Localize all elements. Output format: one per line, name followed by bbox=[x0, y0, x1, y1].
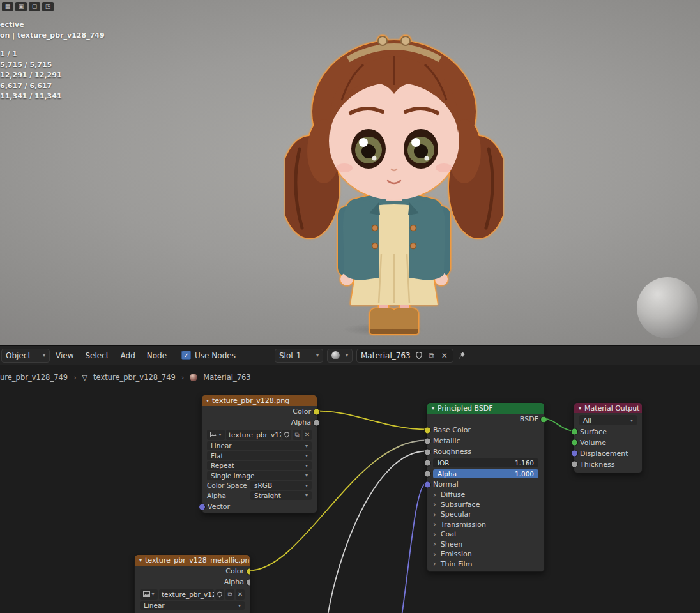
chevron-down-icon: ▾ bbox=[305, 443, 308, 449]
material-preview-sphere bbox=[637, 277, 698, 338]
expand-icon: › bbox=[433, 521, 436, 527]
alpha-output-socket[interactable] bbox=[313, 419, 320, 426]
node-header[interactable]: ▾ texture_pbr_v128.png bbox=[202, 395, 317, 406]
section-specular[interactable]: › Specular bbox=[427, 510, 544, 520]
render-region-icon[interactable]: ◳ bbox=[42, 2, 54, 11]
use-nodes-checkbox[interactable]: ✓ bbox=[181, 351, 191, 360]
viewport-toolbar: ▦ ▣ ▢ ◳ bbox=[2, 2, 54, 11]
section-thin-film[interactable]: › Thin Film bbox=[427, 559, 544, 570]
chevron-down-icon: ▾ bbox=[151, 591, 154, 597]
color-output-socket[interactable] bbox=[246, 568, 250, 575]
image-texture-node[interactable]: ▾ texture_pbr_v128.png Color Alpha ▾ tex… bbox=[201, 395, 317, 513]
input-thickness: Thickness bbox=[574, 459, 642, 470]
output-alpha: Alpha bbox=[135, 577, 250, 587]
chevron-down-icon: ▾ bbox=[305, 463, 308, 469]
vector-input-socket[interactable] bbox=[199, 503, 206, 510]
alpha-output-socket[interactable] bbox=[246, 579, 250, 586]
material-output-node[interactable]: ▾ Material Output All ▾ Surface Volume D… bbox=[574, 402, 643, 473]
menu-view[interactable]: View bbox=[50, 351, 79, 360]
menu-add[interactable]: Add bbox=[115, 351, 141, 360]
copy-material-icon[interactable]: ⧉ bbox=[427, 351, 436, 360]
material-slot-select[interactable]: Slot 1 ▾ bbox=[275, 349, 323, 363]
chevron-down-icon: ▾ bbox=[305, 473, 308, 478]
color-output-socket[interactable] bbox=[313, 408, 320, 415]
alpha-slider[interactable]: Alpha 1.000 bbox=[433, 469, 538, 478]
section-coat[interactable]: › Coat bbox=[427, 529, 544, 540]
section-transmission[interactable]: › Transmission bbox=[427, 520, 544, 530]
collapse-icon[interactable]: ▾ bbox=[206, 398, 209, 404]
section-emission[interactable]: › Emission bbox=[427, 549, 544, 559]
pin-icon[interactable] bbox=[457, 351, 466, 360]
expand-icon: › bbox=[433, 541, 436, 547]
thickness-input-socket[interactable] bbox=[571, 461, 578, 468]
shader-type-select[interactable]: Object ▾ bbox=[1, 349, 50, 363]
section-sheen[interactable]: › Sheen bbox=[427, 540, 544, 550]
expand-icon: › bbox=[433, 561, 436, 567]
source-select[interactable]: Single Image ▾ bbox=[207, 471, 312, 480]
input-base-color: Base Color bbox=[427, 425, 544, 435]
section-subsurface[interactable]: › Subsurface bbox=[427, 500, 544, 510]
node-header[interactable]: ▾ texture_pbr_v128_metallic.png bbox=[135, 555, 250, 566]
output-color: Color bbox=[202, 406, 317, 417]
scene-icon[interactable]: ▢ bbox=[29, 2, 40, 11]
menu-node[interactable]: Node bbox=[141, 351, 172, 360]
shader-node-editor[interactable]: ure_pbr_v128_749 › ▽ texture_pbr_v128_74… bbox=[0, 365, 700, 613]
principled-bsdf-node[interactable]: ▾ Principled BSDF BSDF Base Color Metall… bbox=[427, 402, 545, 572]
image-name-field[interactable]: texture_pbr_v12... bbox=[226, 430, 281, 440]
alpha-input-socket[interactable] bbox=[424, 470, 431, 477]
image-name-field[interactable]: texture_pbr_v12... bbox=[159, 589, 214, 600]
bsdf-output-socket[interactable] bbox=[540, 416, 547, 423]
viewport-stats-overlay: ective on | texture_pbr_v128_749 1 / 1 5… bbox=[0, 20, 105, 102]
material-name-field[interactable]: Material_763 ⧉ ✕ bbox=[356, 349, 453, 363]
displacement-input-socket[interactable] bbox=[571, 450, 578, 457]
collapse-icon[interactable]: ▾ bbox=[139, 557, 142, 563]
metallic-input-socket[interactable] bbox=[424, 437, 431, 444]
image-browse-button[interactable]: ▾ bbox=[140, 589, 158, 600]
wire-normal bbox=[401, 484, 426, 613]
roughness-input-socket[interactable] bbox=[424, 448, 431, 455]
image-texture-metallic-node[interactable]: ▾ texture_pbr_v128_metallic.png Color Al… bbox=[134, 554, 250, 613]
color-space-select[interactable]: sRGB ▾ bbox=[250, 481, 312, 490]
material-browse-select[interactable]: ▾ bbox=[327, 349, 353, 363]
breadcrumb-mesh[interactable]: texture_pbr_v128_749 bbox=[93, 373, 176, 382]
editor-type-icon[interactable]: ▦ bbox=[2, 2, 13, 11]
copy-image-icon[interactable]: ⧉ bbox=[225, 589, 234, 600]
breadcrumb-material[interactable]: Material_763 bbox=[203, 373, 250, 382]
interpolation-select[interactable]: Linear ▾ bbox=[140, 601, 245, 610]
image-browse-button[interactable]: ▾ bbox=[207, 430, 225, 440]
fake-user-shield-icon[interactable] bbox=[282, 430, 291, 440]
chevron-down-icon: ▾ bbox=[346, 352, 348, 358]
extension-select[interactable]: Repeat ▾ bbox=[207, 461, 312, 470]
character-model[interactable] bbox=[285, 16, 503, 335]
unlink-icon[interactable]: ✕ bbox=[440, 351, 449, 360]
chevron-down-icon: ▾ bbox=[43, 352, 45, 358]
ior-slider[interactable]: IOR 1.160 bbox=[433, 458, 538, 467]
alpha-mode-select[interactable]: Straight ▾ bbox=[250, 491, 312, 500]
breadcrumb-object[interactable]: ure_pbr_v128_749 bbox=[0, 373, 68, 382]
shader-editor-header: Object ▾ View Select Add Node ✓ Use Node… bbox=[0, 346, 700, 365]
base-color-input-socket[interactable] bbox=[424, 427, 431, 434]
collapse-icon[interactable]: ▾ bbox=[579, 405, 581, 411]
breadcrumb-separator-icon: › bbox=[181, 374, 184, 382]
fake-user-shield-icon[interactable] bbox=[215, 589, 224, 600]
section-diffuse[interactable]: › Diffuse bbox=[427, 490, 544, 500]
volume-input-socket[interactable] bbox=[571, 439, 578, 446]
projection-select[interactable]: Flat ▾ bbox=[207, 451, 312, 460]
node-header[interactable]: ▾ Principled BSDF bbox=[427, 403, 544, 414]
blender-window: ▦ ▣ ▢ ◳ ective on | texture_pbr_v128_749… bbox=[0, 0, 700, 613]
surface-input-socket[interactable] bbox=[571, 428, 578, 435]
node-header[interactable]: ▾ Material Output bbox=[574, 403, 642, 413]
normal-input-socket[interactable] bbox=[424, 481, 431, 488]
copy-image-icon[interactable]: ⧉ bbox=[293, 430, 301, 440]
3d-viewport[interactable]: ▦ ▣ ▢ ◳ ective on | texture_pbr_v128_749… bbox=[0, 0, 700, 346]
unlink-image-icon[interactable]: ✕ bbox=[303, 430, 312, 440]
output-target-select[interactable]: All ▾ bbox=[579, 415, 637, 425]
interpolation-select[interactable]: Linear ▾ bbox=[207, 441, 312, 450]
collapse-icon[interactable]: ▾ bbox=[432, 405, 434, 411]
unlink-image-icon[interactable]: ✕ bbox=[236, 589, 245, 600]
view-layer-icon[interactable]: ▣ bbox=[15, 2, 27, 11]
menu-select[interactable]: Select bbox=[79, 351, 114, 360]
fake-user-shield-icon[interactable] bbox=[415, 351, 423, 360]
ior-input-socket[interactable] bbox=[424, 459, 431, 466]
mesh-data-icon: ▽ bbox=[82, 374, 88, 382]
